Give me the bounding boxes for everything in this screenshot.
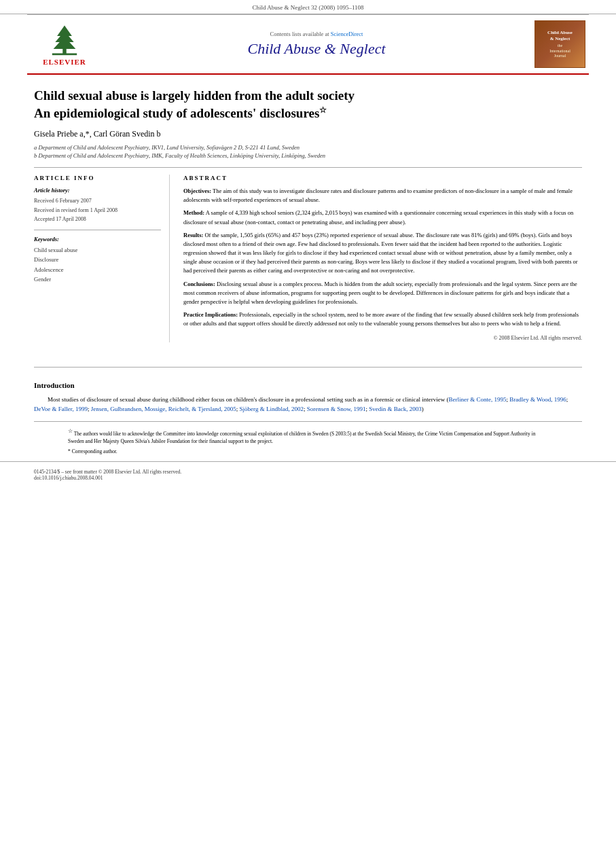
keywords-label: Keywords: [34,236,161,243]
ref-sorensen[interactable]: Sorensen & Snow, 1991 [307,406,366,412]
objectives-para: Objectives: The aim of this study was to… [183,187,582,204]
ref-berliner[interactable]: Berliner & Conte, 1995 [448,396,506,403]
journal-title-area: Contents lists available at ScienceDirec… [102,20,531,68]
journal-badge-area: Child Abuse& Neglect theInternationalJou… [531,20,589,68]
corresponding-author-note: * Corresponding author. [68,448,548,456]
abstract-header: ABSTRACT [183,175,582,181]
journal-name-title: Child Abuse & Neglect [247,40,385,58]
practice-label: Practice Implications: [183,311,238,318]
main-content: Child sexual abuse is largely hidden fro… [0,75,616,367]
journal-info-text: Child Abuse & Neglect 32 (2008) 1095–110… [252,4,363,11]
keyword-1: Child sexual abuse [34,245,161,255]
elsevier-tree-icon [44,22,85,56]
affiliations: a Department of Child and Adolescent Psy… [34,143,582,161]
results-text: Of the sample, 1,505 girls (65%) and 457… [183,232,578,274]
article-info-column: ARTICLE INFO Article history: Received 6… [34,175,170,342]
copyright-line: © 2008 Elsevier Ltd. All rights reserved… [183,334,582,342]
contents-available-text: Contents lists available at ScienceDirec… [270,31,363,37]
method-para: Method: A sample of 4,339 high school se… [183,209,582,226]
ref-devoe[interactable]: DeVoe & Faller, 1999 [34,406,88,412]
article-info-abstract: ARTICLE INFO Article history: Received 6… [34,167,582,342]
practice-text: Professionals, especially in the school … [183,311,579,327]
abstract-column: ABSTRACT Objectives: The aim of this stu… [183,175,582,342]
authors-line: Gisela Priebe a,*, Carl Göran Svedin b [34,129,582,139]
abstract-content: Objectives: The aim of this study was to… [183,187,582,342]
conclusions-para: Conclusions: Disclosing sexual abuse is … [183,280,582,307]
objectives-label: Objectives: [183,187,211,194]
results-label: Results: [183,232,203,238]
ref-jensen[interactable]: Jensen, Gulbrandsen, Mossige, Reichelt, … [91,406,236,412]
article-dates: Received 6 February 2007 Received in rev… [34,196,161,224]
keyword-2: Disclosure [34,255,161,264]
affiliation-a: a Department of Child and Adolescent Psy… [34,143,582,152]
article-info-header: ARTICLE INFO [34,175,161,181]
title-star: ☆ [319,105,327,115]
journal-header-bar: Child Abuse & Neglect 32 (2008) 1095–110… [0,0,616,14]
doi-line: doi:10.1016/j.chiabu.2008.04.001 [34,475,582,481]
svg-marker-4 [54,37,76,49]
keyword-3: Adolescence [34,265,161,274]
badge-subtitle-text: theInternationalJournal [549,43,570,58]
journal-badge: Child Abuse& Neglect theInternationalJou… [535,20,585,68]
page-bottom: 0145-2134/$ – see front matter © 2008 El… [0,461,616,488]
introduction-title: Introduction [34,381,582,389]
method-label: Method: [183,209,204,216]
results-para: Results: Of the sample, 1,505 girls (65%… [183,231,582,276]
accepted-date: Accepted 17 April 2008 [34,215,161,224]
article-title: Child sexual abuse is largely hidden fro… [34,87,582,122]
elsevier-logo-area: ELSEVIER [27,20,102,68]
authors-text: Gisela Priebe a,*, Carl Göran Svedin b [34,129,161,139]
badge-title-text: Child Abuse& Neglect [547,30,573,42]
conclusions-text: Disclosing sexual abuse is a complex pro… [183,281,577,305]
affiliation-b: b Department of Child and Adolescent Psy… [34,151,582,160]
objectives-text: The aim of this study was to investigate… [183,187,573,203]
method-text: A sample of 4,339 high school seniors (2… [183,209,573,225]
history-label: Article history: [34,187,161,194]
introduction-paragraph: Most studies of disclosure of sexual abu… [34,395,582,414]
keywords-list: Child sexual abuse Disclosure Adolescenc… [34,245,161,285]
practice-para: Practice Implications: Professionals, es… [183,310,582,328]
ref-bradley[interactable]: Bradley & Wood, 1996 [509,396,566,403]
conclusions-label: Conclusions: [183,281,215,287]
introduction-section: Introduction Most studies of disclosure … [0,374,616,414]
svg-rect-1 [52,53,77,55]
keyword-4: Gender [34,274,161,284]
footnote-section: ☆ The authors would like to acknowledge … [34,421,582,456]
received-date: Received 6 February 2007 [34,196,161,206]
elsevier-brand-text: ELSEVIER [43,58,86,66]
page: Child Abuse & Neglect 32 (2008) 1095–110… [0,0,616,841]
footnote-star-symbol: ☆ [68,428,73,434]
info-divider [34,230,161,230]
elsevier-logo: ELSEVIER [43,22,86,66]
issn-line: 0145-2134/$ – see front matter © 2008 El… [34,469,582,475]
sciencedirect-link[interactable]: ScienceDirect [331,31,363,37]
revised-date: Received in revised form 1 April 2008 [34,206,161,215]
journal-masthead: ELSEVIER Contents lists available at Sci… [27,14,589,75]
section-divider [34,367,582,368]
ref-svedin[interactable]: Svedin & Back, 2003 [369,406,422,412]
ref-sjoberg[interactable]: Sjöberg & Lindblad, 2002 [240,406,304,412]
footnote-star-text: ☆ The authors would like to acknowledge … [68,427,548,446]
